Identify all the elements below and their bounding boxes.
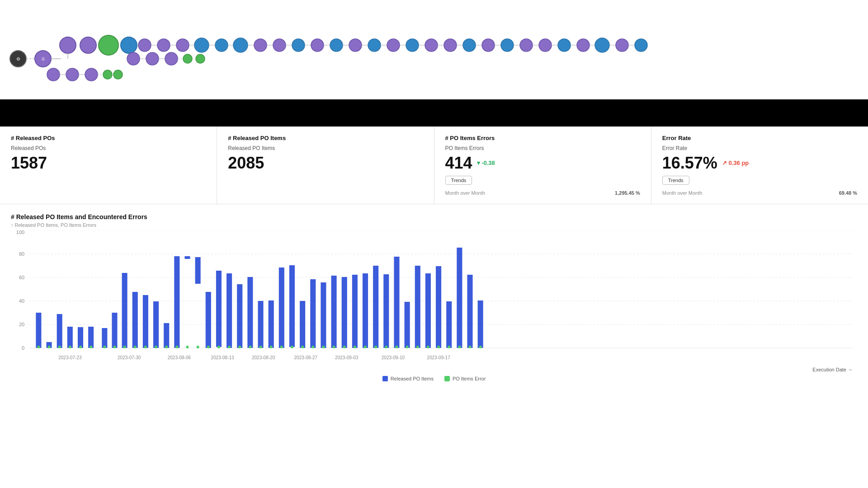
svg-text:40: 40 bbox=[19, 298, 24, 304]
svg-point-52 bbox=[520, 39, 533, 52]
svg-text:2023-08-13: 2023-08-13 bbox=[211, 355, 234, 360]
svg-point-122 bbox=[175, 346, 178, 348]
svg-rect-97 bbox=[57, 314, 62, 348]
chart-svg: 0 20 40 60 80 100 2023-07-23 bbox=[11, 230, 857, 366]
svg-point-50 bbox=[501, 39, 514, 52]
svg-point-38 bbox=[387, 39, 400, 52]
kpi-po-items-errors-trends-button[interactable]: Trends bbox=[445, 176, 472, 185]
svg-point-64 bbox=[635, 39, 647, 52]
svg-rect-112 bbox=[132, 292, 138, 348]
svg-point-140 bbox=[259, 346, 262, 348]
svg-point-24 bbox=[254, 39, 267, 52]
svg-point-16 bbox=[176, 39, 189, 52]
svg-text:60: 60 bbox=[19, 275, 24, 280]
svg-point-127 bbox=[197, 346, 199, 348]
svg-point-131 bbox=[217, 346, 220, 348]
kpi-released-pos: # Released POs Released POs 1587 bbox=[0, 127, 217, 204]
kpi-released-pos-subtitle: Released POs bbox=[11, 145, 206, 151]
svg-point-160 bbox=[354, 346, 356, 348]
svg-point-71 bbox=[183, 54, 192, 63]
svg-point-80 bbox=[113, 70, 123, 79]
legend-label-blue: Released PO Items bbox=[391, 376, 434, 381]
svg-point-60 bbox=[595, 38, 609, 52]
svg-point-36 bbox=[368, 39, 381, 52]
kpi-error-rate-trends-button[interactable]: Trends bbox=[662, 176, 689, 185]
svg-text:2023-08-06: 2023-08-06 bbox=[168, 355, 191, 360]
kpi-po-items-errors-value: 414 ▾ -0.38 bbox=[445, 154, 640, 172]
svg-rect-164 bbox=[373, 266, 378, 348]
svg-point-145 bbox=[280, 346, 283, 348]
kpi-row: # Released POs Released POs 1587 # Relea… bbox=[0, 127, 868, 204]
svg-text:2023-09-03: 2023-09-03 bbox=[335, 355, 359, 360]
svg-text:2023-09-10: 2023-09-10 bbox=[382, 355, 405, 360]
svg-rect-117 bbox=[153, 301, 159, 348]
svg-point-22 bbox=[233, 38, 248, 52]
svg-text:2023-09-17: 2023-09-17 bbox=[427, 355, 450, 360]
legend-dot-green bbox=[444, 376, 450, 381]
legend-item-green: PO Items Error bbox=[444, 376, 486, 381]
svg-rect-119 bbox=[164, 323, 169, 348]
exec-date-label: Execution Date → bbox=[11, 367, 857, 372]
kpi-error-rate-value: 16.57% ↗ 0.36 pp bbox=[662, 154, 857, 172]
svg-text:20: 20 bbox=[19, 322, 24, 327]
svg-point-133 bbox=[228, 346, 231, 348]
svg-point-10 bbox=[121, 37, 137, 53]
kpi-released-po-items-title: # Released PO Items bbox=[228, 135, 423, 141]
svg-rect-121 bbox=[174, 256, 179, 348]
svg-rect-126 bbox=[195, 257, 201, 284]
kpi-po-items-errors-badge: ▾ -0.38 bbox=[477, 160, 495, 166]
svg-point-151 bbox=[311, 346, 314, 348]
svg-rect-135 bbox=[237, 284, 242, 348]
svg-rect-93 bbox=[36, 313, 41, 348]
svg-text:⚙: ⚙ bbox=[16, 56, 20, 61]
svg-point-116 bbox=[144, 346, 147, 348]
kpi-released-po-items: # Released PO Items Released PO Items 20… bbox=[217, 127, 434, 204]
svg-rect-128 bbox=[206, 292, 211, 348]
svg-point-62 bbox=[616, 39, 628, 52]
svg-point-77 bbox=[85, 68, 98, 81]
svg-rect-108 bbox=[112, 313, 117, 348]
svg-rect-99 bbox=[67, 327, 73, 348]
kpi-po-items-errors-title: # PO Items Errors bbox=[445, 135, 640, 141]
kpi-error-rate-title: Error Rate bbox=[662, 135, 857, 141]
svg-point-30 bbox=[311, 39, 324, 52]
svg-point-154 bbox=[322, 346, 325, 348]
svg-text:100: 100 bbox=[16, 230, 24, 235]
kpi-error-rate-mom-value: 69.48 % bbox=[839, 190, 857, 196]
svg-point-34 bbox=[349, 39, 362, 52]
svg-point-129 bbox=[207, 346, 210, 348]
svg-rect-110 bbox=[122, 273, 127, 348]
kpi-po-items-errors-mom-value: 1,295.45 % bbox=[615, 190, 640, 196]
svg-point-118 bbox=[155, 346, 157, 348]
svg-point-120 bbox=[165, 346, 168, 348]
svg-rect-173 bbox=[415, 266, 420, 348]
svg-point-96 bbox=[48, 346, 51, 348]
kpi-error-rate-badge: ↗ 0.36 pp bbox=[722, 160, 749, 166]
svg-point-156 bbox=[333, 346, 335, 348]
svg-text:2023-08-27: 2023-08-27 bbox=[294, 355, 317, 360]
svg-point-58 bbox=[577, 39, 590, 52]
svg-rect-148 bbox=[300, 301, 305, 348]
svg-point-104 bbox=[90, 346, 92, 348]
svg-point-124 bbox=[186, 346, 189, 348]
svg-point-32 bbox=[330, 39, 343, 52]
svg-point-94 bbox=[37, 346, 40, 348]
svg-rect-123 bbox=[184, 256, 190, 259]
svg-rect-106 bbox=[102, 328, 107, 348]
kpi-error-rate-subtitle: Error Rate bbox=[662, 145, 857, 151]
svg-rect-153 bbox=[321, 282, 326, 348]
svg-rect-150 bbox=[310, 279, 316, 348]
chart-subtitle: ↑ Released PO Items, PO Items Errors bbox=[11, 222, 857, 228]
svg-point-42 bbox=[425, 39, 438, 52]
svg-point-109 bbox=[113, 346, 116, 348]
svg-point-185 bbox=[468, 346, 471, 348]
svg-point-174 bbox=[416, 346, 419, 348]
svg-rect-159 bbox=[352, 275, 358, 348]
chart-section: # Released PO Items and Encountered Erro… bbox=[0, 204, 868, 386]
kpi-released-pos-title: # Released POs bbox=[11, 135, 206, 141]
svg-rect-132 bbox=[226, 273, 232, 348]
kpi-released-po-items-subtitle: Released PO Items bbox=[228, 145, 423, 151]
legend-dot-blue bbox=[382, 376, 388, 381]
svg-point-18 bbox=[194, 38, 209, 52]
svg-rect-157 bbox=[342, 277, 347, 348]
